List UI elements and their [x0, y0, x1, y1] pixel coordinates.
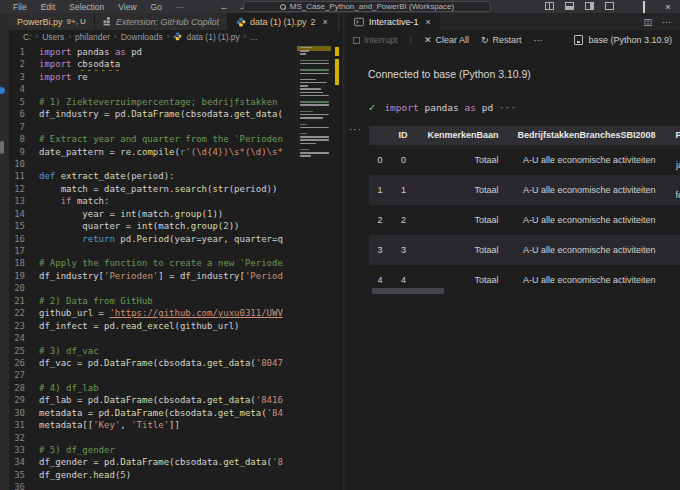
- line-content: [39, 432, 283, 444]
- table-cell: 1: [390, 175, 414, 205]
- executed-cell[interactable]: ✓ import pandas as pd ···: [368, 102, 516, 113]
- toolbar-more-button[interactable]: ···: [534, 35, 543, 45]
- menu-[interactable]: ···: [169, 2, 192, 12]
- code-line: 13 if match:: [9, 195, 297, 207]
- table-cell: A-U alle economische activiteiten: [506, 205, 667, 235]
- breadcrumb-separator: ›: [167, 32, 170, 41]
- kernel-icon: [574, 35, 583, 45]
- minimap-line: [300, 127, 329, 128]
- line-number: 23: [9, 320, 39, 332]
- tab-close-icon[interactable]: ×: [426, 17, 431, 27]
- menu-edit[interactable]: Edit: [34, 2, 63, 12]
- column-header: [369, 126, 390, 145]
- clear-all-button[interactable]: ✕ Clear All: [424, 35, 469, 45]
- tab-powerbi-py[interactable]: PowerBi.py 9+, U: [9, 13, 95, 30]
- breadcrumb-item[interactable]: philander: [75, 32, 110, 42]
- minimap-line: [300, 69, 329, 70]
- line-number: 2: [9, 58, 39, 70]
- minimap-line: [300, 101, 329, 102]
- minimap-line: [300, 136, 329, 137]
- minimap-line: [300, 85, 308, 86]
- menu-go[interactable]: Go: [144, 2, 169, 12]
- table-cell: 1: [369, 175, 390, 205]
- code-line: 17: [9, 245, 297, 257]
- line-number: 11: [9, 170, 39, 182]
- line-number: 13: [9, 195, 39, 207]
- interactive-toolbar: Interrupt | ✕ Clear All ↻ Restart ··· ba…: [345, 30, 680, 50]
- code-line: 31metadata[['Key', 'Title']]: [9, 419, 297, 431]
- breadcrumb-item[interactable]: Downloads: [121, 32, 163, 42]
- line-content: match = date_pattern.search(str(period)): [39, 183, 283, 195]
- minimap-line: [300, 155, 311, 156]
- overview-ruler[interactable]: [334, 43, 341, 490]
- column-header: Perioden: [668, 126, 680, 145]
- line-content: [39, 121, 283, 133]
- code-editor[interactable]: 1import pandas as pd2import cbsodata3imp…: [9, 43, 341, 490]
- restart-button[interactable]: ↻ Restart: [481, 35, 522, 45]
- customize-layout-icon[interactable]: [605, 2, 614, 10]
- table-header-row: IDKenmerkenBaanBedrijfstakkenBranchesSBI…: [369, 126, 680, 145]
- minimap-line: [300, 79, 316, 80]
- kernel-picker[interactable]: base (Python 3.10.9): [574, 35, 672, 45]
- minimap-line: [300, 53, 306, 54]
- code-line: 12 match = date_pattern.search(str(perio…: [9, 183, 297, 195]
- line-number: 27: [9, 369, 39, 381]
- line-number: 29: [9, 394, 39, 406]
- minimap-line: [300, 143, 316, 144]
- more-actions-icon[interactable]: ···: [662, 17, 671, 27]
- window-close-button[interactable]: ×: [656, 2, 680, 12]
- interrupt-button[interactable]: Interrupt: [353, 35, 398, 45]
- window-restore-button[interactable]: [632, 2, 656, 12]
- toggle-panel-icon[interactable]: [565, 2, 574, 10]
- table-cell: 0: [369, 145, 390, 175]
- output-actions-icon[interactable]: ···: [349, 124, 362, 135]
- tab-interactive-1[interactable]: Interactive-1 ×: [345, 13, 440, 30]
- tab-extension-copilot[interactable]: Extension: GitHub Copilot: [95, 13, 228, 30]
- breadcrumb-item[interactable]: Users: [42, 32, 64, 42]
- toggle-sidebar-icon[interactable]: [545, 2, 554, 10]
- table-cell: 3: [390, 235, 414, 265]
- command-center-search[interactable]: MS_Case_Python_and_PowerBI (Workspace): [243, 1, 491, 12]
- code-line: 5# 1) Ziekteverzuimpercentage; bedrijfst…: [9, 96, 297, 108]
- code-line: 23df_infect = pd.read_excel(github_url): [9, 320, 297, 332]
- breadcrumb-item[interactable]: data (1) (1).py: [186, 32, 239, 42]
- line-content: [39, 369, 283, 381]
- menu-selection[interactable]: Selection: [62, 2, 111, 12]
- breadcrumb-separator: ›: [68, 32, 71, 41]
- horizontal-scrollbar[interactable]: [372, 288, 444, 294]
- code-line: 6df_industry = pd.DataFrame(cbsodata.get…: [9, 108, 297, 120]
- breadcrumb-item[interactable]: ...: [251, 32, 258, 42]
- minimap[interactable]: [297, 46, 331, 163]
- breadcrumb-item[interactable]: C:: [23, 32, 32, 42]
- minimap-line: [300, 133, 307, 134]
- line-number: 24: [9, 332, 39, 344]
- split-editor-icon[interactable]: ◫: [643, 17, 652, 27]
- minimap-line: [300, 50, 309, 51]
- code-lines: 1import pandas as pd2import cbsodata3imp…: [9, 46, 297, 490]
- warning-mark: [335, 47, 339, 56]
- line-content: df_industry = pd.DataFrame(cbsodata.get_…: [39, 108, 283, 120]
- table-cell: 2006 februari: [668, 175, 680, 205]
- code-line: 18# Apply the function to create a new '…: [9, 257, 297, 269]
- table-row: 00TotaalA-U alle economische activiteite…: [369, 145, 680, 175]
- breadcrumb-separator: ›: [36, 32, 39, 41]
- line-number: 31: [9, 419, 39, 431]
- code-line: 2import cbsodata: [9, 58, 297, 70]
- tab-data-py[interactable]: data (1) (1).py 2 ×: [228, 13, 337, 30]
- code-line: 16 return pd.Period(year=year, quarter=q…: [9, 233, 297, 245]
- menu-view[interactable]: View: [111, 2, 143, 12]
- toggle-secondary-sidebar-icon[interactable]: [585, 2, 594, 10]
- dataframe-output: IDKenmerkenBaanBedrijfstakkenBranchesSBI…: [369, 126, 680, 295]
- nav-back-icon[interactable]: ←: [219, 2, 228, 12]
- tab-close-icon[interactable]: ×: [322, 17, 327, 27]
- code-line: 11def extract_date(period):: [9, 170, 297, 182]
- code-line: 34df_gender = pd.DataFrame(cbsodata.get_…: [9, 456, 297, 468]
- activity-badge-icon[interactable]: [0, 86, 6, 95]
- table-row: 22TotaalA-U alle economische activiteite…: [369, 205, 680, 235]
- line-number: 9: [9, 146, 39, 158]
- python-icon: [236, 17, 246, 27]
- code-line: 20: [9, 282, 297, 294]
- line-content: [39, 158, 283, 170]
- minimap-line: [300, 95, 329, 96]
- menu-file[interactable]: File: [6, 2, 34, 12]
